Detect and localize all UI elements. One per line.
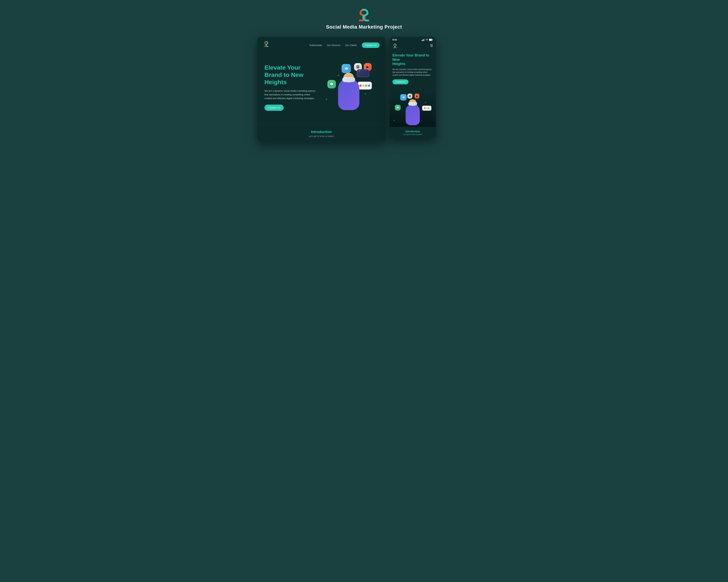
mobile-intro-sublabel: Let's get to know us better! bbox=[392, 134, 433, 135]
mobile-hero-cta[interactable]: Contact Us bbox=[392, 79, 409, 84]
wifi-icon bbox=[425, 39, 428, 41]
mobile-navbar: ☰ bbox=[390, 42, 436, 50]
desktop-intro-label: Introduction bbox=[264, 130, 378, 134]
desktop-hero-title: Elevate Your Brand to New Heights bbox=[264, 64, 316, 86]
page-title: Social Media Marketing Project bbox=[326, 24, 402, 30]
desktop-navbar: Testimonials Our Services Our Clients Co… bbox=[257, 37, 385, 53]
mobile-plus-1: + bbox=[405, 98, 406, 101]
cloud-float-icon: ☁️ bbox=[342, 64, 351, 73]
plus-icon-1: + bbox=[338, 74, 340, 78]
nav-services[interactable]: Our Services bbox=[327, 44, 340, 47]
plus-icon-3: + bbox=[365, 92, 366, 96]
mobile-video-icon: ▶ bbox=[414, 93, 419, 99]
mobile-hero-title: Elevate Your Brand to New Heights bbox=[392, 53, 433, 66]
desktop-hero-image: 💬 ☁️ 🖼 ▶ + + + + bbox=[319, 60, 378, 110]
top-section: Social Media Marketing Project bbox=[326, 7, 402, 30]
desktop-nav-cta[interactable]: Contact Us bbox=[362, 43, 380, 48]
chat-float-icon: 💬 bbox=[328, 80, 336, 88]
nav-clients[interactable]: Our Clients bbox=[345, 44, 357, 47]
desktop-hero-description: We are a dynamic social media marketing … bbox=[264, 89, 316, 100]
desktop-logo bbox=[263, 40, 269, 47]
mobile-status-icons bbox=[422, 38, 433, 41]
mobile-character-illustration: 💬 ☁️ 🖼 ▶ + + + bbox=[390, 91, 436, 127]
char-vr-headset bbox=[342, 77, 355, 82]
mobile-time: 9:41 bbox=[392, 38, 397, 41]
desktop-screen: Testimonials Our Services Our Clients Co… bbox=[257, 37, 385, 141]
desktop-hero-cta[interactable]: Contact Us bbox=[264, 105, 284, 111]
mobile-intro-section: Introduction Let's get to know us better… bbox=[390, 127, 436, 138]
desktop-nav-links: Testimonials Our Services Our Clients Co… bbox=[309, 43, 380, 48]
character-illustration: 💬 ☁️ 🖼 ▶ + + + + bbox=[324, 60, 373, 110]
desktop-intro-section: Introduction Let's get to know us better… bbox=[257, 124, 385, 141]
plus-icon-2: + bbox=[358, 69, 360, 73]
mobile-screen: 9:41 bbox=[390, 37, 436, 138]
battery-icon bbox=[429, 39, 433, 41]
mobile-plus-3: + bbox=[393, 119, 395, 122]
signal-bars bbox=[422, 38, 425, 41]
main-logo bbox=[357, 7, 371, 21]
mobile-char-body bbox=[406, 104, 420, 125]
mobile-hero-description: We are a dynamic social media marketing … bbox=[392, 68, 433, 77]
desktop-hero: Elevate Your Brand to New Heights We are… bbox=[257, 53, 385, 121]
mobile-palette-icon bbox=[422, 106, 431, 111]
nav-testimonials[interactable]: Testimonials bbox=[309, 44, 322, 47]
desktop-intro-sublabel: Let's get to know us better! bbox=[264, 135, 378, 137]
hamburger-menu-icon[interactable]: ☰ bbox=[430, 44, 433, 48]
mobile-chat-icon: 💬 bbox=[395, 105, 400, 110]
mobile-char-vr bbox=[408, 102, 417, 106]
mobile-hero: Elevate Your Brand to New Heights We are… bbox=[390, 50, 436, 90]
char-body bbox=[338, 78, 359, 110]
mobile-plus-2: + bbox=[424, 101, 426, 104]
palette-float-icon bbox=[358, 82, 372, 89]
desktop-hero-content: Elevate Your Brand to New Heights We are… bbox=[264, 60, 316, 111]
screens-container: Testimonials Our Services Our Clients Co… bbox=[257, 37, 471, 141]
mobile-intro-label: Introduction bbox=[392, 130, 433, 133]
svg-rect-1 bbox=[429, 39, 432, 40]
mobile-status-bar: 9:41 bbox=[390, 37, 436, 42]
plus-icon-4: + bbox=[326, 98, 328, 101]
mobile-logo bbox=[392, 43, 397, 48]
mobile-image-icon: 🖼 bbox=[407, 93, 412, 99]
svg-rect-2 bbox=[433, 39, 433, 40]
